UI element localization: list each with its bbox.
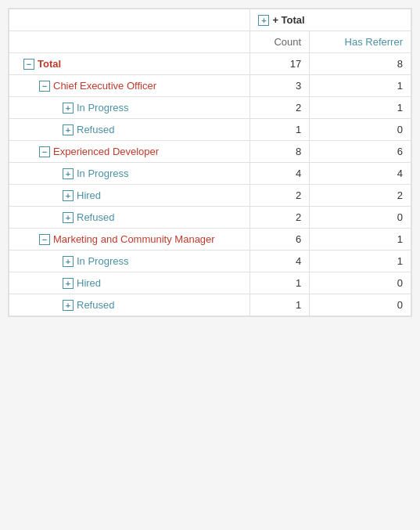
minus-icon[interactable]: −	[39, 81, 50, 92]
expand-total-icon[interactable]: +	[258, 15, 269, 26]
row-label-text: Refused	[77, 211, 114, 223]
plus-icon[interactable]: +	[63, 124, 74, 135]
plus-icon[interactable]: +	[63, 278, 74, 289]
count-cell: 2	[250, 185, 310, 207]
plus-icon[interactable]: +	[63, 103, 74, 114]
has-referrer-cell: 1	[310, 251, 411, 272]
table-row: − Marketing and Community Manager 6 1	[9, 229, 411, 251]
row-label-text: Hired	[77, 189, 101, 201]
table-row: + Hired 2 2	[9, 185, 411, 207]
row-label-text: Chief Executive Officer	[53, 80, 156, 92]
count-cell: 1	[250, 272, 310, 294]
row-label-text: In Progress	[77, 168, 128, 179]
pivot-table: + + Total Count Has Referrer − Total	[8, 8, 412, 317]
has-referrer-cell: 1	[310, 97, 411, 119]
count-cell: 1	[250, 294, 310, 316]
table-row: + Refused 1 0	[9, 119, 411, 141]
count-cell: 3	[250, 75, 310, 97]
count-cell: 8	[250, 141, 310, 163]
total-group-header: + + Total	[250, 9, 411, 31]
plus-icon[interactable]: +	[63, 212, 74, 223]
minus-icon[interactable]: −	[39, 146, 50, 157]
has-referrer-cell: 6	[310, 141, 411, 163]
row-label-cell: + In Progress	[9, 97, 250, 119]
row-label-cell: + Refused	[9, 294, 250, 316]
count-cell: 1	[250, 119, 310, 141]
count-cell: 4	[250, 163, 310, 185]
row-label-text: Refused	[77, 299, 114, 311]
count-cell: 2	[250, 207, 310, 229]
empty-header	[9, 9, 250, 31]
row-label-cell: + Refused	[9, 207, 250, 229]
table-row: + Hired 1 0	[9, 272, 411, 294]
row-label-cell: + In Progress	[9, 163, 250, 185]
has-referrer-cell: 4	[310, 163, 411, 185]
has-referrer-column-header: Has Referrer	[310, 31, 411, 53]
minus-icon[interactable]: −	[39, 234, 50, 245]
minus-icon[interactable]: −	[23, 59, 34, 70]
header-group-row: + + Total	[9, 9, 411, 31]
has-referrer-cell: 1	[310, 75, 411, 97]
has-referrer-cell: 0	[310, 272, 411, 294]
row-label-text: Marketing and Community Manager	[53, 233, 215, 245]
plus-icon[interactable]: +	[63, 256, 74, 267]
row-label-cell: − Marketing and Community Manager	[9, 229, 250, 251]
table-row: + In Progress 4 4	[9, 163, 411, 185]
count-column-header: Count	[250, 31, 310, 53]
row-label-cell: + Refused	[9, 119, 250, 141]
row-label-cell: + Hired	[9, 272, 250, 294]
row-label-text: In Progress	[77, 102, 128, 114]
count-cell: 17	[250, 53, 310, 75]
row-label-cell: + Hired	[9, 185, 250, 207]
has-referrer-cell: 8	[310, 53, 411, 75]
plus-icon[interactable]: +	[63, 168, 74, 179]
row-label-text: Hired	[77, 277, 101, 289]
table-row: − Chief Executive Officer 3 1	[9, 75, 411, 97]
column-header-row: Count Has Referrer	[9, 31, 411, 53]
row-label-cell: − Total	[9, 53, 250, 75]
row-label-text: Experienced Developer	[53, 146, 159, 157]
table-row: − Total 17 8	[9, 53, 411, 75]
table-row: − Experienced Developer 8 6	[9, 141, 411, 163]
row-label-header	[9, 31, 250, 53]
has-referrer-cell: 0	[310, 119, 411, 141]
count-cell: 4	[250, 251, 310, 272]
has-referrer-cell: 1	[310, 229, 411, 251]
count-cell: 6	[250, 229, 310, 251]
count-cell: 2	[250, 97, 310, 119]
row-label-text: Total	[38, 58, 61, 70]
row-label-cell: − Experienced Developer	[9, 141, 250, 163]
table-row: + Refused 1 0	[9, 294, 411, 316]
row-label-cell: + In Progress	[9, 251, 250, 272]
has-referrer-cell: 0	[310, 207, 411, 229]
total-header-label: + Total	[272, 14, 304, 26]
has-referrer-cell: 2	[310, 185, 411, 207]
plus-icon[interactable]: +	[63, 300, 74, 311]
row-label-text: Refused	[77, 124, 114, 135]
table-row: + In Progress 4 1	[9, 251, 411, 272]
table-row: + In Progress 2 1	[9, 97, 411, 119]
has-referrer-cell: 0	[310, 294, 411, 316]
plus-icon[interactable]: +	[63, 190, 74, 201]
row-label-cell: − Chief Executive Officer	[9, 75, 250, 97]
table-row: + Refused 2 0	[9, 207, 411, 229]
row-label-text: In Progress	[77, 255, 128, 267]
